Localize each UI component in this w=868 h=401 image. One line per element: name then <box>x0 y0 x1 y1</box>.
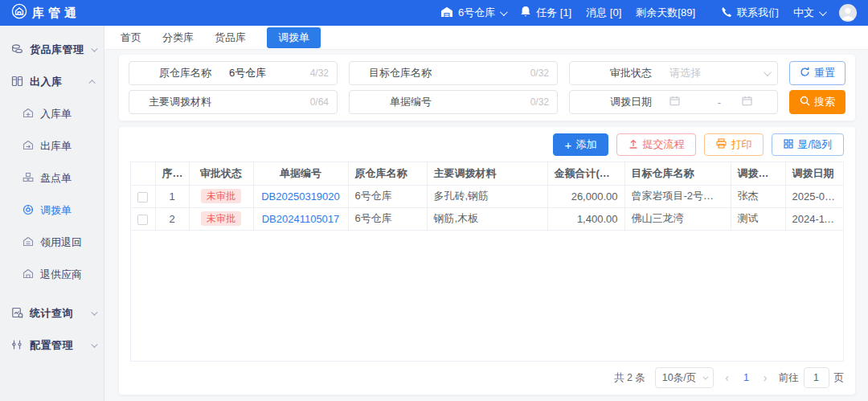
search-icon <box>800 96 810 108</box>
top-header-right: 6号仓库 任务 [1] 消息 [0] 剩余天数[89] <box>440 4 857 22</box>
status-badge: 未审批 <box>201 211 241 226</box>
col-origin: 原仓库名称 <box>348 162 427 185</box>
sidebar-item-transfer[interactable]: 调拨单 <box>0 194 104 227</box>
table-toolbar: + 添加 提交流程 <box>130 133 844 156</box>
cell-material: 钢筋,木板 <box>427 207 547 230</box>
approval-status-field[interactable]: 审批状态 请选择 <box>569 61 778 85</box>
contact-us-label: 联系我们 <box>737 6 779 20</box>
origin-warehouse-field[interactable]: 原仓库名称 4/32 <box>129 61 338 85</box>
grid-icon <box>784 139 793 151</box>
tab-category-library[interactable]: 分类库 <box>162 27 194 48</box>
goto-suffix: 页 <box>834 371 845 385</box>
messages-link[interactable]: 消息 [0] <box>586 6 621 20</box>
house-return-icon <box>23 236 34 249</box>
material-field[interactable]: 主要调拨材料 0/64 <box>129 90 338 114</box>
next-page-button[interactable]: › <box>762 371 769 384</box>
tasks-link[interactable]: 任务 [1] <box>520 6 571 20</box>
language-label: 中文 <box>793 6 814 20</box>
tab-home[interactable]: 首页 <box>121 27 141 48</box>
show-hide-columns-button[interactable]: 显/隐列 <box>772 133 844 156</box>
transfer-date-field[interactable]: 调拨日期 - <box>569 90 778 114</box>
chevron-down-icon <box>703 374 709 379</box>
stacked-boxes-icon <box>11 76 23 89</box>
contact-us-link[interactable]: 联系我们 <box>721 6 779 20</box>
sidebar-group-statistics[interactable]: 统计查询 <box>0 297 104 329</box>
phone-icon <box>721 6 732 20</box>
cell-amount: 26,000.00 <box>547 185 624 207</box>
reset-button[interactable]: 重置 <box>789 61 845 85</box>
sidebar-item-stocktake[interactable]: 盘点单 <box>0 162 104 194</box>
calendar-icon <box>742 96 752 108</box>
current-page[interactable]: 1 <box>740 372 752 383</box>
cell-seq: 2 <box>155 207 189 230</box>
approval-status-select[interactable]: 请选择 <box>669 66 759 80</box>
material-input[interactable] <box>229 96 305 108</box>
messages-label: 消息 [0] <box>586 6 621 20</box>
sidebar-item-outbound[interactable]: 出库单 <box>0 130 104 162</box>
page-tab-bar: 首页 分类库 货品库 调拨单 <box>104 26 868 50</box>
approval-status-label: 审批状态 <box>578 66 652 80</box>
col-seq: 序号 <box>155 162 189 185</box>
tab-goods-library[interactable]: 货品库 <box>215 27 246 48</box>
sidebar-group-settings[interactable]: 配置管理 <box>0 329 104 362</box>
doc-number-link[interactable]: DB20241105017 <box>262 213 340 225</box>
house-supplier-icon <box>23 268 34 281</box>
plus-icon: + <box>565 139 572 151</box>
chevron-down-icon <box>91 45 97 51</box>
origin-warehouse-input[interactable] <box>229 68 305 80</box>
table-row: 1 未审批 DB20250319020 6号仓库 多孔砖,钢筋 26,000.0… <box>131 185 844 207</box>
col-material: 主要调拨材料 <box>427 162 547 185</box>
date-start-input[interactable] <box>669 96 697 108</box>
app-window: 库管通 6号仓库 <box>0 0 868 401</box>
row-checkbox[interactable] <box>137 215 148 225</box>
tab-transfer-order[interactable]: 调拨单 <box>267 27 321 48</box>
brand: 库管通 <box>11 3 80 23</box>
submit-flow-button[interactable]: 提交流程 <box>616 133 696 156</box>
sidebar-item-label: 领用退回 <box>40 235 82 250</box>
app-logo-icon <box>11 3 27 23</box>
calendar-icon <box>669 96 680 108</box>
sidebar-item-return-supplier[interactable]: 退供应商 <box>0 259 104 291</box>
bell-icon <box>520 6 531 20</box>
warehouse-selector[interactable]: 6号仓库 <box>440 6 506 20</box>
col-handler: 调拨办理人 <box>731 162 785 185</box>
sidebar-item-inbound[interactable]: 入库单 <box>0 98 104 130</box>
cell-date: 2024-11-05 <box>785 207 844 230</box>
page-size-select[interactable]: 10条/页 <box>655 367 714 388</box>
sidebar-item-label: 出库单 <box>40 139 72 153</box>
row-checkbox[interactable] <box>137 192 148 203</box>
sidebar-item-requisition-return[interactable]: 领用退回 <box>0 227 104 259</box>
goto-prefix: 前往 <box>779 371 799 385</box>
warehouse-icon <box>440 6 453 20</box>
col-amount: 金额合计(含税) <box>547 162 624 185</box>
doc-number-link[interactable]: DB20250319020 <box>261 190 340 203</box>
sidebar-group-goods-library[interactable]: 货品库管理 <box>0 34 104 66</box>
doc-number-counter: 0/32 <box>530 96 549 108</box>
col-date: 调拨日期 <box>785 162 844 185</box>
target-warehouse-field[interactable]: 目标仓库名称 0/32 <box>349 61 558 85</box>
cell-date: 2025-03-19 <box>785 185 844 207</box>
sidebar-item-label: 调拨单 <box>40 203 72 218</box>
upload-icon <box>628 139 638 151</box>
date-end-input[interactable] <box>742 96 769 108</box>
prev-page-button[interactable]: ‹ <box>723 371 731 384</box>
add-button[interactable]: + 添加 <box>553 133 609 156</box>
chevron-down-icon <box>819 8 827 16</box>
print-button-label: 打印 <box>731 137 751 152</box>
language-selector[interactable]: 中文 <box>793 6 825 20</box>
sidebar-group-in-out[interactable]: 出入库 <box>0 66 104 98</box>
sidebar-item-label: 盘点单 <box>40 171 72 186</box>
goto-page-input[interactable] <box>804 367 829 388</box>
doc-number-field[interactable]: 单据编号 0/32 <box>349 90 558 114</box>
user-avatar[interactable] <box>839 4 857 22</box>
printer-icon <box>716 138 727 151</box>
doc-number-input[interactable] <box>449 96 526 108</box>
cell-handler: 张杰 <box>731 185 785 207</box>
col-status: 审批状态 <box>189 162 253 185</box>
reset-button-label: 重置 <box>814 66 835 80</box>
cell-origin: 6号仓库 <box>348 207 427 230</box>
print-button[interactable]: 打印 <box>704 133 764 156</box>
target-warehouse-counter: 0/32 <box>530 68 549 79</box>
target-warehouse-input[interactable] <box>449 68 526 80</box>
search-button[interactable]: 搜索 <box>789 90 845 114</box>
